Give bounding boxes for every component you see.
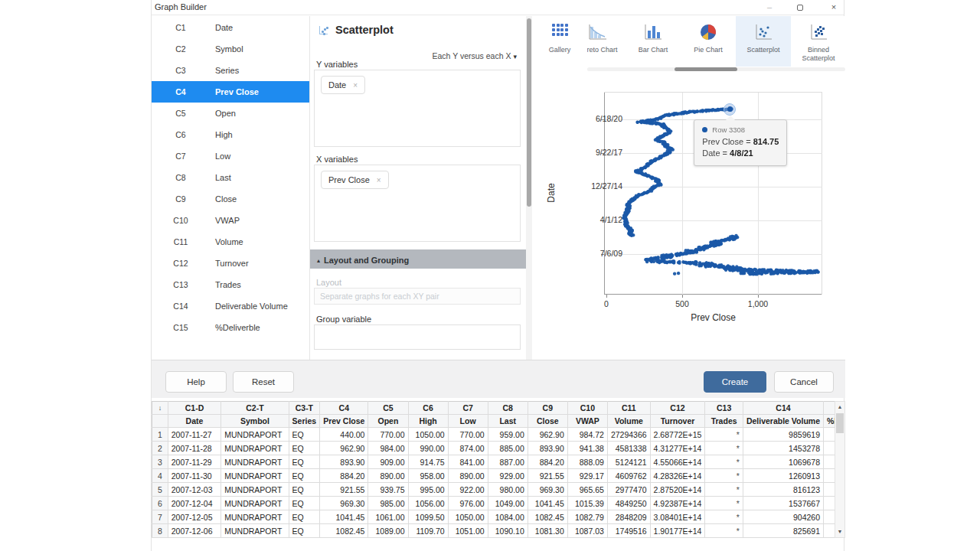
data-cell[interactable]: 841.00 [448, 455, 488, 469]
column-item-c1[interactable]: C1Date [152, 17, 309, 38]
column-id-header[interactable]: C8 [488, 402, 528, 415]
data-cell[interactable]: MUNDRAPORT [221, 442, 289, 455]
data-cell[interactable]: 893.90 [528, 442, 567, 455]
data-cell[interactable]: 1090.10 [488, 524, 528, 538]
chart-type-binned-scatterplot[interactable]: Binned Scatterplot [791, 16, 845, 67]
data-cell[interactable]: 2.87520E+14 [650, 483, 705, 497]
data-cell[interactable]: 990.00 [408, 442, 448, 455]
data-cell[interactable]: 1099.50 [408, 510, 448, 524]
data-cell[interactable]: 965.65 [567, 483, 607, 497]
y-variables-box[interactable]: Date× [314, 70, 521, 147]
reset-button[interactable]: Reset [233, 371, 294, 393]
layout-and-grouping-header[interactable]: ▴Layout and Grouping [310, 249, 526, 269]
data-cell[interactable]: EQ [289, 455, 320, 469]
column-id-header[interactable]: C7 [448, 402, 488, 415]
help-button[interactable]: Help [165, 371, 227, 393]
column-name-header[interactable]: Symbol [221, 415, 289, 428]
column-item-c11[interactable]: C11Volume [152, 231, 309, 253]
data-cell[interactable]: 884.20 [528, 455, 567, 469]
group-variable-box[interactable] [314, 324, 521, 350]
data-cell[interactable]: 959.00 [488, 428, 528, 442]
row-number-cell[interactable]: 8 [152, 524, 168, 538]
remove-chip-icon[interactable]: × [353, 81, 358, 90]
data-cell[interactable]: 4.92387E+14 [650, 497, 705, 510]
data-cell[interactable]: 770.00 [448, 428, 488, 442]
data-cell[interactable]: 1081.30 [528, 524, 567, 538]
row-number-cell[interactable]: 5 [152, 483, 168, 497]
worksheet-scrollbar[interactable]: ▲ ▼ [835, 401, 845, 538]
data-cell[interactable]: 825691 [743, 524, 823, 538]
column-name-header[interactable]: Turnover [650, 415, 705, 428]
data-cell[interactable]: 1.90177E+14 [650, 524, 705, 538]
data-cell[interactable]: MUNDRAPORT [221, 510, 289, 524]
data-cell[interactable]: * [705, 524, 743, 538]
data-cell[interactable]: 4609762 [607, 469, 650, 483]
column-item-c6[interactable]: C6High [152, 124, 309, 145]
row-number-cell[interactable]: 7 [152, 510, 168, 524]
column-item-c3[interactable]: C3Series [152, 60, 309, 81]
column-id-header[interactable]: C11 [607, 402, 650, 415]
row-number-cell[interactable]: 4 [152, 469, 168, 483]
column-name-header[interactable]: Open [368, 415, 408, 428]
data-cell[interactable]: 1049.00 [488, 497, 528, 510]
column-name-header[interactable]: Series [289, 415, 320, 428]
column-name-header[interactable]: Low [448, 415, 488, 428]
data-cell[interactable]: 1109.70 [408, 524, 448, 538]
data-cell[interactable]: 5124121 [607, 455, 650, 469]
data-cell[interactable]: 1082.79 [567, 510, 607, 524]
data-cell[interactable]: 969.30 [320, 497, 368, 510]
column-item-c4[interactable]: C4Prev Close [152, 81, 309, 103]
data-cell[interactable]: 976.00 [448, 497, 488, 510]
data-cell[interactable]: 1041.45 [320, 510, 368, 524]
close-button[interactable]: × [822, 0, 845, 15]
data-cell[interactable]: 958.00 [408, 469, 448, 483]
column-item-c12[interactable]: C12Turnover [152, 253, 309, 274]
data-cell[interactable]: * [705, 483, 743, 497]
column-item-c5[interactable]: C5Open [152, 103, 309, 124]
data-cell[interactable]: 1082.45 [528, 510, 567, 524]
data-cell[interactable]: 3.08401E+14 [650, 510, 705, 524]
data-cell[interactable]: 1069678 [743, 455, 823, 469]
y-variable-chip[interactable]: Date× [321, 76, 365, 94]
cancel-button[interactable]: Cancel [774, 371, 834, 393]
data-cell[interactable]: * [705, 497, 743, 510]
data-cell[interactable]: 4.55066E+14 [650, 455, 705, 469]
data-cell[interactable]: 770.00 [368, 428, 408, 442]
data-cell[interactable]: 4.31277E+14 [650, 442, 705, 455]
column-id-header[interactable]: C9 [528, 402, 567, 415]
data-cell[interactable]: MUNDRAPORT [221, 497, 289, 510]
column-name-header[interactable]: Deliverable Volume [743, 415, 823, 428]
data-cell[interactable]: 1087.03 [567, 524, 607, 538]
row-number-cell[interactable]: 2 [152, 442, 168, 455]
data-cell[interactable]: 1537667 [743, 497, 823, 510]
column-item-c10[interactable]: C10VWAP [152, 210, 309, 231]
data-cell[interactable]: * [705, 469, 743, 483]
data-cell[interactable]: 816123 [743, 483, 823, 497]
data-cell[interactable]: 984.00 [368, 442, 408, 455]
remove-chip-icon[interactable]: × [377, 176, 381, 184]
column-name-header[interactable]: Prev Close [320, 415, 368, 428]
data-cell[interactable]: 874.00 [448, 442, 488, 455]
minimize-button[interactable]: – [758, 0, 781, 15]
settings-scrollbar-thumb[interactable] [527, 18, 531, 207]
settings-scrollbar[interactable] [526, 16, 532, 360]
column-item-c7[interactable]: C7Low [152, 145, 309, 167]
data-cell[interactable]: 4849250 [607, 497, 650, 510]
row-number-cell[interactable]: 1 [152, 428, 168, 442]
data-cell[interactable]: EQ [289, 483, 320, 497]
create-button[interactable]: Create [704, 371, 766, 393]
data-cell[interactable]: 890.00 [448, 469, 488, 483]
chart-type-gallery[interactable]: Gallery [532, 16, 587, 67]
data-cell[interactable]: * [705, 442, 743, 455]
data-cell[interactable]: 2007-11-28 [168, 442, 220, 455]
column-id-header[interactable]: C2-T [221, 402, 289, 415]
column-id-header[interactable]: C3-T [289, 402, 320, 415]
data-cell[interactable]: * [705, 510, 743, 524]
column-id-header[interactable]: C6 [408, 402, 448, 415]
data-cell[interactable]: 887.00 [488, 455, 528, 469]
data-cell[interactable]: MUNDRAPORT [221, 483, 289, 497]
column-id-header[interactable]: C4 [320, 402, 368, 415]
data-cell[interactable]: MUNDRAPORT [221, 428, 289, 442]
data-cell[interactable]: MUNDRAPORT [221, 469, 289, 483]
data-cell[interactable]: EQ [289, 510, 320, 524]
